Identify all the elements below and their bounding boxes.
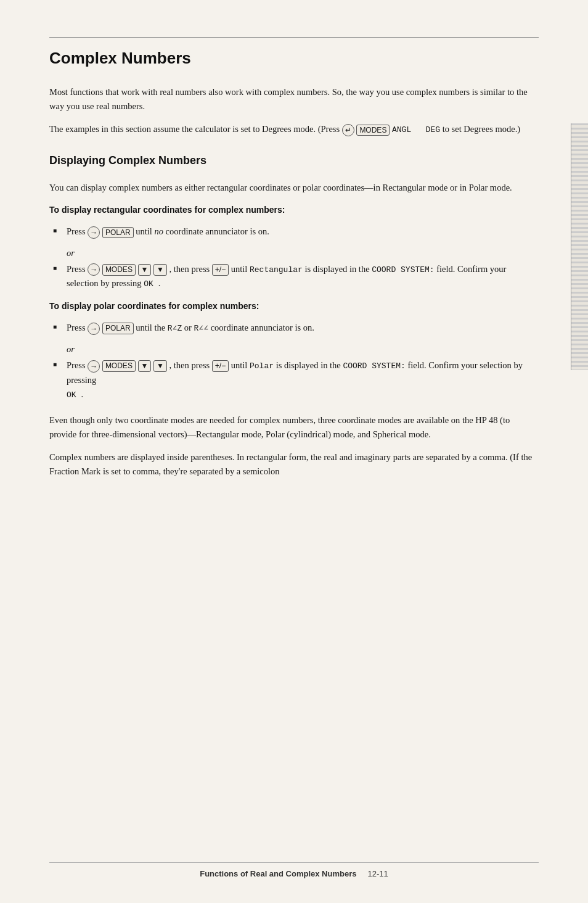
until-text-3: until the [136, 323, 168, 332]
polar-key-2: POLAR [102, 323, 134, 334]
right-arrow-key-3: → [88, 323, 100, 335]
top-rule [49, 37, 539, 38]
intro-p2-text: The examples in this section assume the … [49, 124, 340, 134]
no-text: no [154, 226, 163, 236]
down-v-key-3: ▼ [138, 360, 152, 372]
polar-heading: To display polar coordinates for complex… [49, 301, 539, 311]
degrees-suffix: to set Degrees mode.) [443, 124, 520, 134]
until-text-1: until [136, 226, 154, 236]
right-arrow-key-1: → [88, 226, 100, 239]
rectangular-mono: Rectangular [250, 265, 303, 274]
press-text-3: Press [67, 323, 88, 332]
closing-paragraph-1: Even though only two coordinate modes ar… [49, 413, 539, 442]
modes-key-3: MODES [102, 360, 136, 372]
rectangular-bullet-list: Press → POLAR until no coordinate annunc… [49, 225, 539, 239]
polar-bullet-list-1: Press → POLAR until the R∠Z or R∠∠ coord… [49, 321, 539, 336]
plus-minus-key-1: +/− [212, 264, 229, 276]
back-arrow-key: ↵ [342, 124, 354, 136]
intro-paragraph-1: Most functions that work with real numbe… [49, 85, 539, 113]
ok-mono-2: OK [67, 390, 81, 400]
until-text-4: until [231, 360, 250, 370]
closing-paragraph-2: Complex numbers are displayed inside par… [49, 450, 539, 479]
press-text-2: Press [67, 264, 88, 274]
polar-bullet-list-2: Press → MODES ▼ ▼ , then press +/− until… [49, 358, 539, 402]
period-1: . [158, 278, 161, 288]
rectangular-bullet-list-2: Press → MODES ▼ ▼ , then press +/− until… [49, 262, 539, 292]
raz-mono: R∠Z [168, 324, 182, 333]
sub-section-title: Displaying Complex Numbers [49, 154, 539, 167]
footer-spacer [359, 869, 365, 878]
press-text-1: Press [67, 226, 88, 236]
coord-annunciator-text-2: coordinate annunciator is on. [211, 323, 314, 332]
footer-text: Functions of Real and Complex Numbers [200, 869, 356, 878]
polar-bullet-1: Press → POLAR until the R∠Z or R∠∠ coord… [49, 321, 539, 336]
footer: Functions of Real and Complex Numbers 12… [49, 862, 539, 878]
down-v-key-4: ▼ [153, 360, 167, 372]
footer-page-ref: 12-11 [368, 869, 388, 878]
polar-bullet-2: Press → MODES ▼ ▼ , then press +/− until… [49, 358, 539, 402]
down-v-key-1: ▼ [138, 264, 152, 276]
main-section-title: Complex Numbers [49, 49, 539, 68]
period-2: . [81, 389, 83, 399]
until-text-2: until [231, 264, 250, 274]
coord-system-mono-2: COORD SYSTEM: [343, 361, 405, 371]
or-text-2: or [49, 344, 539, 355]
is-displayed-text-1: is displayed in the [304, 264, 372, 274]
intro-paragraph-2: The examples in this section assume the … [49, 122, 539, 137]
right-arrow-key-4: → [88, 360, 100, 373]
or-text-1: or [49, 248, 539, 258]
polar-key-1: POLAR [102, 227, 134, 239]
press-text-4: Press [67, 360, 88, 370]
coord-system-mono-1: COORD SYSTEM: [372, 265, 434, 274]
sub-section-intro: You can display complex numbers as eithe… [49, 181, 539, 195]
then-press-text-1: , then press [169, 264, 212, 274]
right-arrow-key-2: → [88, 263, 100, 276]
or-text-inline: or [184, 323, 194, 332]
plus-minus-key-2: +/− [212, 360, 229, 372]
razz-mono: R∠∠ [194, 324, 208, 333]
rect-bullet-2: Press → MODES ▼ ▼ , then press +/− until… [49, 262, 539, 292]
modes-key-2: MODES [102, 264, 136, 276]
modes-key: MODES [356, 125, 390, 136]
angl-deg-text: ANGL DEG [392, 125, 440, 134]
then-press-text-2: , then press [169, 360, 212, 370]
coord-annunciator-text-1: coordinate annunciator is on. [166, 226, 269, 236]
rectangular-heading: To display rectangular coordinates for c… [49, 205, 539, 215]
ok-mono-1: OK [144, 279, 158, 289]
page-container: Complex Numbers Most functions that work… [0, 0, 588, 903]
is-displayed-text-2: is displayed in the [276, 360, 343, 370]
rect-bullet-1: Press → POLAR until no coordinate annunc… [49, 225, 539, 239]
right-sidebar [571, 123, 588, 370]
down-v-key-2: ▼ [153, 264, 167, 276]
polar-mono: Polar [250, 361, 274, 371]
